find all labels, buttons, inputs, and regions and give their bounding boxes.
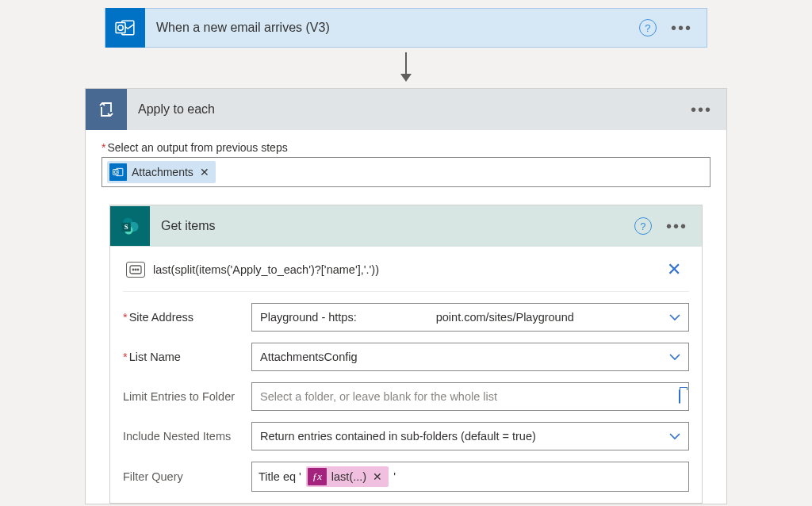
chevron-down-icon xyxy=(669,311,680,324)
apply-to-each-card: Apply to each ••• *Select an output from… xyxy=(85,88,727,504)
sharepoint-icon: S xyxy=(110,206,150,246)
more-menu[interactable]: ••• xyxy=(691,105,712,113)
select-output-label: *Select an output from previous steps xyxy=(102,141,710,154)
remove-token-icon[interactable]: ✕ xyxy=(373,470,382,483)
list-name-row: *List Name AttachmentsConfig xyxy=(123,343,689,371)
trigger-card[interactable]: When a new email arrives (V3) ? ••• xyxy=(105,8,707,48)
get-items-title: Get items xyxy=(150,219,634,233)
filter-prefix: Title eq ' xyxy=(259,470,301,483)
attachments-token[interactable]: Attachments ✕ xyxy=(107,161,216,183)
svg-point-12 xyxy=(132,269,134,270)
fx-icon: ƒx xyxy=(308,468,327,485)
get-items-card: S Get items ? ••• xyxy=(109,205,703,504)
expression-label: last(...) xyxy=(331,470,366,483)
flow-arrow xyxy=(405,52,407,80)
close-icon[interactable]: ✕ xyxy=(667,259,686,280)
get-items-header[interactable]: S Get items ? ••• xyxy=(110,205,702,247)
more-menu[interactable]: ••• xyxy=(671,24,692,32)
filter-query-row: Filter Query Title eq ' ƒx last(...) ✕ ' xyxy=(123,462,689,492)
svg-rect-4 xyxy=(113,170,118,175)
help-icon[interactable]: ? xyxy=(639,19,657,36)
chevron-down-icon xyxy=(669,430,680,443)
folder-icon xyxy=(679,390,680,403)
outlook-icon xyxy=(109,163,127,181)
expression-peek-bar: last(split(items('Apply_to_each')?['name… xyxy=(123,258,689,292)
more-menu[interactable]: ••• xyxy=(666,222,688,230)
svg-point-13 xyxy=(135,269,136,270)
limit-folder-picker[interactable]: Select a folder, or leave blank for the … xyxy=(251,382,689,411)
filter-suffix: ' xyxy=(393,470,396,483)
apply-to-each-title: Apply to each xyxy=(127,102,691,117)
expression-text: last(split(items('Apply_to_each')?['name… xyxy=(153,263,659,276)
select-output-input[interactable]: Attachments ✕ xyxy=(102,157,710,187)
limit-folder-row: Limit Entries to Folder Select a folder,… xyxy=(123,382,689,411)
svg-point-14 xyxy=(137,269,139,270)
chevron-down-icon xyxy=(669,351,680,363)
list-name-picker[interactable]: AttachmentsConfig xyxy=(251,343,689,371)
apply-to-each-header[interactable]: Apply to each ••• xyxy=(86,89,726,130)
filter-query-input[interactable]: Title eq ' ƒx last(...) ✕ ' xyxy=(251,462,689,492)
token-label: Attachments xyxy=(132,166,193,178)
site-address-row: *Site Address Playground - https: point.… xyxy=(123,303,689,332)
svg-text:S: S xyxy=(124,223,128,231)
trigger-title: When a new email arrives (V3) xyxy=(145,21,639,35)
site-address-picker[interactable]: Playground - https: point.com/sites/Play… xyxy=(251,303,689,332)
expression-token[interactable]: ƒx last(...) ✕ xyxy=(306,466,389,487)
svg-rect-1 xyxy=(116,23,125,33)
nested-items-picker[interactable]: Return entries contained in sub-folders … xyxy=(251,422,689,450)
outlook-icon xyxy=(105,8,145,48)
remove-token-icon[interactable]: ✕ xyxy=(200,166,209,178)
help-icon[interactable]: ? xyxy=(634,217,652,235)
nested-items-row: Include Nested Items Return entries cont… xyxy=(123,422,689,450)
loop-icon xyxy=(86,89,127,130)
expression-icon xyxy=(126,262,145,278)
